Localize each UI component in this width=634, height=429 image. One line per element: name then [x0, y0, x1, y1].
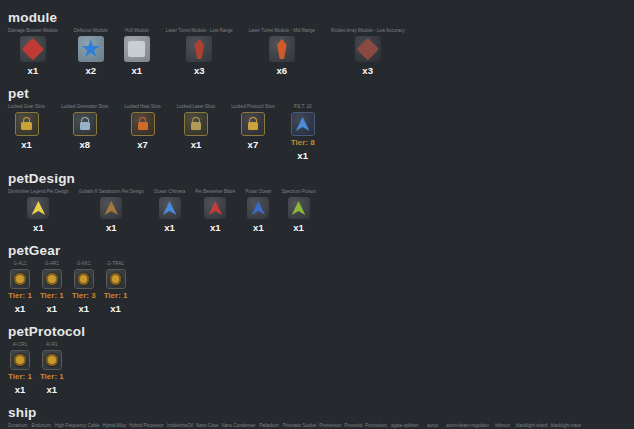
- item-icon: [106, 269, 126, 289]
- inventory-item[interactable]: P.E.T. 10Tier: 8x1: [291, 104, 315, 161]
- item-label: Duranium: [8, 423, 28, 429]
- inventory-item[interactable]: Prometidx28: [344, 423, 362, 429]
- inventory-item[interactable]: AI-R1Tier: 1x1: [40, 342, 64, 395]
- item-icon: [78, 36, 104, 62]
- inventory-item[interactable]: InsidetrineOilx229: [167, 423, 193, 429]
- item-icon: [15, 112, 39, 136]
- section-title-petGear: petGear: [8, 243, 626, 258]
- gear-icon: [14, 354, 26, 366]
- gear-icon: [46, 273, 58, 285]
- inventory-item[interactable]: Promeriumx19: [319, 423, 341, 429]
- inventory-item[interactable]: Laser Turret Module - Mid Rangex6: [249, 28, 315, 76]
- inventory-item[interactable]: blacklight-shardx2,200: [516, 423, 548, 429]
- item-label: Prismatic Socket: [283, 423, 317, 429]
- item-label: blacklight-shard: [516, 423, 548, 429]
- inventory-item[interactable]: Duraniumx63: [8, 423, 28, 429]
- inventory-item[interactable]: Enduriumx291: [31, 423, 52, 429]
- item-label: agate-splinter: [391, 423, 418, 429]
- inventory-item[interactable]: Locked Heat Slotsx7: [124, 104, 161, 150]
- item-icon: [186, 36, 212, 62]
- inventory-item[interactable]: Nano Condenserx5: [222, 423, 256, 429]
- item-label: Endurium: [31, 423, 50, 429]
- item-label: Hybrid Alloy: [102, 423, 126, 429]
- item-count: x1: [293, 222, 304, 233]
- item-label: Prometid: [344, 423, 362, 429]
- item-label: P.E.T. 10: [294, 104, 312, 110]
- inventory-item[interactable]: Pet Berserker Blazex1: [195, 189, 235, 233]
- item-label: Pusat Ocean: [245, 189, 271, 195]
- item-icon: [42, 350, 62, 370]
- inventory-item[interactable]: G-TRA1Tier: 1x1: [104, 261, 128, 314]
- item-label: AI-R1: [46, 342, 58, 348]
- inventory-item[interactable]: agate-splinterx1,618: [390, 423, 419, 429]
- item-row: Duraniumx63Enduriumx291High Frequency Ca…: [8, 423, 626, 429]
- section-pet: petLocked Gear Slotsx1Locked Generator S…: [8, 86, 626, 161]
- gear-icon: [110, 273, 122, 285]
- inventory-item[interactable]: Hull Modulex1: [124, 28, 150, 76]
- item-tier: Tier: 1: [40, 372, 64, 381]
- item-label: Prometium: [365, 423, 387, 429]
- square-icon: [128, 41, 145, 57]
- section-title-ship: ship: [8, 405, 626, 420]
- item-label: Locked Gear Slots: [8, 104, 45, 110]
- item-label: G-KK1: [77, 261, 91, 267]
- inventory-item[interactable]: Prometiumx214: [365, 423, 387, 429]
- inventory-item[interactable]: Hybrid Alloyx8: [102, 423, 126, 429]
- item-icon: [184, 112, 208, 136]
- gear-icon: [78, 273, 90, 285]
- item-row: Locked Gear Slotsx1Locked Generator Slot…: [8, 104, 626, 161]
- item-tier: Tier: 8: [291, 138, 315, 147]
- ship-icon: [103, 200, 119, 215]
- inventory-item[interactable]: bifenonx159: [492, 423, 513, 429]
- inventory-item[interactable]: Hybrid Processorx3: [129, 423, 164, 429]
- item-icon: [241, 112, 265, 136]
- inventory-item[interactable]: Nano Casex20: [196, 423, 219, 429]
- inventory-item[interactable]: Diminisher Legend Pet Designx1: [8, 189, 69, 233]
- inventory-item[interactable]: Locked Gear Slotsx1: [8, 104, 45, 150]
- section-title-pet: pet: [8, 86, 626, 101]
- inventory-item[interactable]: Rocket Array Module - Low Accuracyx3: [331, 28, 405, 76]
- inventory-item[interactable]: Pusat Oceanx1: [245, 189, 271, 233]
- inventory-item[interactable]: G-AL1Tier: 1x1: [8, 261, 32, 314]
- inventory-item[interactable]: blacklight-tracex773: [551, 423, 581, 429]
- section-title-petProtocol: petProtocol: [8, 324, 626, 339]
- inventory-item[interactable]: Locked Laser Slotsx1: [177, 104, 215, 150]
- item-row: AI-CR1Tier: 1x1AI-R1Tier: 1x1: [8, 342, 626, 395]
- item-icon: [20, 36, 46, 62]
- inventory-item[interactable]: G-AR1Tier: 1x1: [40, 261, 64, 314]
- lock-icon: [80, 122, 90, 129]
- inventory-item[interactable]: Damage Booster Modulex1: [8, 28, 58, 76]
- item-count: x8: [79, 139, 90, 150]
- item-count: x1: [210, 222, 221, 233]
- inventory-item[interactable]: Laser Turret Module - Low Rangex3: [166, 28, 233, 76]
- gear-icon: [46, 354, 58, 366]
- item-label: blacklight-trace: [551, 423, 581, 429]
- inventory-item[interactable]: Locked Protocol Slotsx7: [231, 104, 275, 150]
- inventory-item[interactable]: Prismatic Socketx6: [283, 423, 317, 429]
- item-icon: [10, 269, 30, 289]
- item-count: x1: [15, 303, 26, 314]
- inventory-item[interactable]: Spectrum Poisonx1: [281, 189, 315, 233]
- item-count: x1: [110, 303, 121, 314]
- lock-icon: [21, 122, 31, 129]
- item-label: Nano Case: [196, 423, 219, 429]
- item-count: x1: [191, 139, 202, 150]
- item-label: Ocean Chimera: [154, 189, 186, 195]
- item-icon: [355, 36, 381, 62]
- inventory-item[interactable]: Deflector Modulex2: [74, 28, 108, 76]
- ship-icon: [30, 200, 46, 215]
- inventory-item[interactable]: axion-beam-regulatorx20: [446, 423, 489, 429]
- item-label: Rocket Array Module - Low Accuracy: [331, 28, 405, 34]
- item-count: x1: [47, 303, 58, 314]
- inventory-item[interactable]: High Frequency Cablex13: [55, 423, 100, 429]
- inventory-item[interactable]: Ocean Chimerax1: [154, 189, 186, 233]
- item-label: Locked Laser Slots: [177, 104, 215, 110]
- inventory-item[interactable]: Goliath-X Sandstorm Pet Designx1: [79, 189, 144, 233]
- inventory-item[interactable]: AI-CR1Tier: 1x1: [8, 342, 32, 395]
- item-icon: [27, 197, 49, 219]
- inventory-item[interactable]: G-KK1Tier: 3x1: [72, 261, 96, 314]
- item-label: G-AR1: [45, 261, 59, 267]
- inventory-item[interactable]: Palladiumx264: [259, 423, 280, 429]
- inventory-item[interactable]: Locked Generator Slotsx8: [61, 104, 108, 150]
- inventory-item[interactable]: aurusx235: [422, 423, 443, 429]
